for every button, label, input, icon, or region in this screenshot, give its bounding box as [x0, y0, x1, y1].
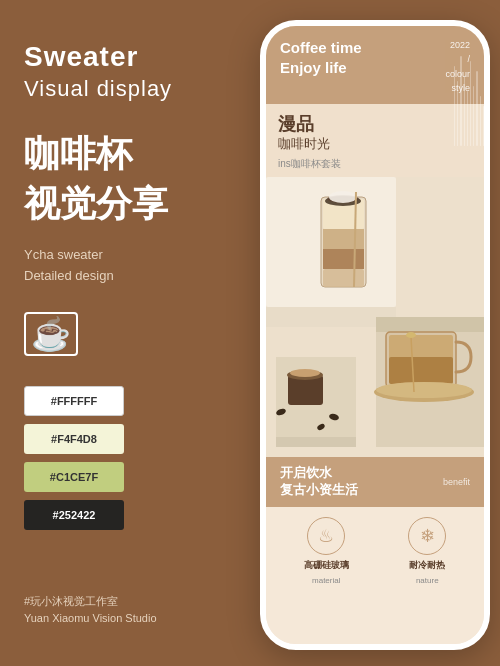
chinese-title-1: 咖啡杯: [24, 132, 186, 175]
coffee-time-text: Coffee time: [280, 38, 362, 58]
color-swatch: #C1CE7F: [24, 462, 186, 492]
color-swatches: #FFFFFF #F4F4D8 #C1CE7F #252422: [24, 386, 186, 530]
chinese-title-2: 视觉分享: [24, 182, 186, 225]
feature-item: ❄ 耐冷耐热 nature: [408, 517, 446, 585]
svg-point-26: [376, 382, 472, 398]
enjoy-text: Enjoy life: [280, 58, 362, 78]
svg-point-14: [329, 191, 357, 203]
studio-text: #玩小沐视觉工作室 Yuan Xiaomu Vision Studio: [24, 593, 186, 626]
title-visual: Visual display: [24, 74, 186, 105]
feature-label: 耐冷耐热: [409, 559, 445, 572]
color-swatch: #252422: [24, 500, 186, 530]
svg-rect-10: [323, 249, 364, 269]
feature-icon: ❄: [408, 517, 446, 555]
promo-bar: 开启饮水 复古小资生活 benefit: [266, 457, 484, 507]
product-chinese-1: 漫品: [278, 114, 472, 136]
svg-marker-6: [376, 317, 484, 332]
svg-marker-4: [276, 437, 356, 447]
title-sweater: Sweater: [24, 40, 186, 74]
phone-inner: Coffee time Enjoy life 2022 / colour sty…: [266, 26, 484, 644]
color-swatch: #FFFFFF: [24, 386, 186, 416]
phone-mockup: Coffee time Enjoy life 2022 / colour sty…: [260, 20, 490, 650]
phone-top: Coffee time Enjoy life 2022 / colour sty…: [266, 26, 484, 104]
color-swatch: #F4F4D8: [24, 424, 186, 454]
feature-label: 高硼硅玻璃: [304, 559, 349, 572]
feature-icon: ♨: [307, 517, 345, 555]
svg-rect-24: [389, 357, 453, 384]
product-images: [266, 177, 484, 457]
svg-point-18: [290, 369, 320, 377]
feature-sublabel: nature: [416, 576, 439, 585]
ycha-text: Ycha sweater Detailed design: [24, 245, 186, 287]
cup-icon: ☕: [24, 312, 78, 356]
promo-main-2: 复古小资生活: [280, 482, 358, 499]
left-panel: Sweater Visual display 咖啡杯 视觉分享 Ycha swe…: [0, 0, 210, 666]
ins-tag: ins咖啡杯套装: [278, 157, 472, 171]
svg-point-28: [406, 332, 416, 338]
svg-rect-9: [323, 229, 364, 249]
feature-item: ♨ 高硼硅玻璃 material: [304, 517, 349, 585]
product-svg: [266, 177, 484, 457]
product-chinese-2: 咖啡时光: [278, 135, 472, 153]
feature-sublabel: material: [312, 576, 340, 585]
phone-product-area: 漫品 咖啡时光 ins咖啡杯套装: [266, 104, 484, 178]
svg-rect-11: [323, 269, 364, 287]
cup-icon-area: ☕: [24, 312, 186, 356]
vertical-lines-decor: [454, 26, 484, 146]
features-row: ♨ 高硼硅玻璃 material ❄ 耐冷耐热 nature: [266, 507, 484, 595]
benefit-text: benefit: [443, 477, 470, 487]
promo-main-1: 开启饮水: [280, 465, 358, 482]
